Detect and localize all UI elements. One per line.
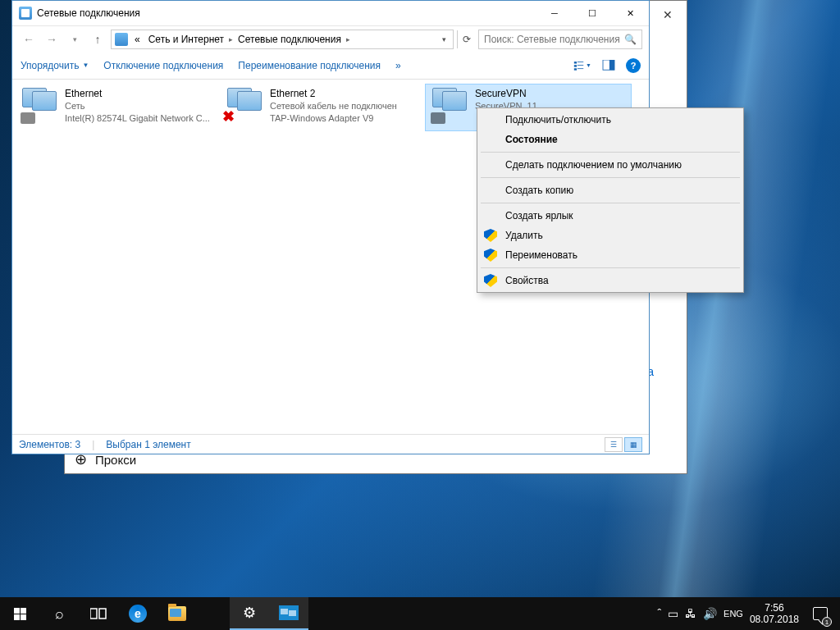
chevron-down-icon: ▼: [82, 62, 89, 69]
minimize-button[interactable]: ─: [536, 1, 573, 25]
windows-icon: [14, 608, 26, 620]
start-button[interactable]: [0, 597, 39, 630]
network-adapter-icon: [431, 88, 470, 124]
search-placeholder: Поиск: Сетевые подключения: [484, 34, 620, 45]
icons-view-button[interactable]: ▦: [624, 437, 642, 452]
task-view-button[interactable]: [79, 597, 118, 630]
ctx-create-shortcut[interactable]: Создать ярлык: [479, 206, 742, 226]
svg-rect-1: [578, 62, 583, 62]
close-button[interactable]: ✕: [611, 1, 649, 25]
menu-separator: [481, 152, 740, 153]
taskbar: ⌕ e ⚙ ˆ ▭ 🖧 🔊 ENG 7:56 08.07.2018 1: [0, 597, 840, 630]
svg-rect-3: [578, 65, 583, 66]
ctx-status[interactable]: Состояние: [479, 130, 742, 149]
ctx-set-default[interactable]: Сделать подключением по умолчанию: [479, 155, 742, 175]
network-adapter-icon: [21, 88, 60, 124]
tray-overflow-button[interactable]: ˆ: [657, 607, 661, 620]
disconnect-connection-button[interactable]: Отключение подключения: [103, 60, 223, 71]
edge-icon: e: [129, 605, 147, 623]
status-bar: Элементов: 3 | Выбран 1 элемент ☰ ▦: [12, 434, 649, 454]
connection-status: Сетевой кабель не подключен: [270, 100, 397, 112]
language-indicator[interactable]: ENG: [724, 609, 743, 619]
connection-item-ethernet[interactable]: Ethernet Сеть Intel(R) 82574L Gigabit Ne…: [16, 84, 221, 130]
svg-rect-0: [574, 62, 577, 63]
clock-time: 7:56: [750, 602, 799, 614]
connection-adapter: Intel(R) 82574L Gigabit Network C...: [65, 112, 210, 125]
maximize-button[interactable]: ☐: [573, 1, 611, 25]
breadcrumb-prefix: «: [131, 34, 144, 45]
details-view-button[interactable]: ☰: [605, 437, 623, 452]
ctx-delete[interactable]: Удалить: [479, 226, 742, 245]
svg-rect-5: [578, 68, 583, 69]
search-icon: 🔍: [624, 34, 637, 45]
menu-separator: [481, 203, 740, 203]
breadcrumb-bar[interactable]: « Сеть и Интернет ▸ Сетевые подключения …: [111, 30, 454, 49]
connection-name: SecureVPN: [475, 88, 537, 100]
chevron-right-icon[interactable]: ▸: [229, 35, 233, 43]
ctx-connect-disconnect[interactable]: Подключить/отключить: [479, 110, 742, 130]
shield-icon: [484, 249, 497, 262]
ctx-create-copy[interactable]: Создать копию: [479, 180, 742, 200]
nav-up-button[interactable]: ↑: [88, 30, 107, 49]
network-tray-icon[interactable]: 🖧: [685, 607, 696, 620]
gear-icon: ⚙: [243, 604, 256, 622]
address-bar: ← → ▾ ↑ « Сеть и Интернет ▸ Сетевые подк…: [12, 25, 649, 52]
clock[interactable]: 7:56 08.07.2018: [750, 602, 799, 625]
organize-menu[interactable]: Упорядочить ▼: [21, 60, 89, 71]
breadcrumb-dropdown-icon[interactable]: ▾: [442, 35, 446, 43]
nav-back-button[interactable]: ←: [19, 30, 39, 49]
task-view-icon: [90, 607, 107, 620]
rename-connection-button[interactable]: Переименование подключения: [238, 60, 381, 71]
window-icon: [19, 7, 32, 20]
toolbar-overflow-button[interactable]: »: [395, 60, 401, 71]
connection-name: Ethernet: [65, 88, 210, 100]
nav-forward-button[interactable]: →: [42, 30, 62, 49]
svg-rect-7: [609, 60, 614, 70]
context-menu: Подключить/отключить Состояние Сделать п…: [477, 107, 744, 293]
selection-count: Выбран 1 элемент: [106, 439, 190, 450]
search-button[interactable]: ⌕: [39, 597, 79, 630]
menu-separator: [481, 177, 740, 178]
connection-item-ethernet2[interactable]: ✖ Ethernet 2 Сетевой кабель не подключен…: [221, 84, 426, 130]
refresh-button[interactable]: ⟳: [457, 30, 475, 48]
connection-status: Сеть: [65, 100, 210, 112]
breadcrumb-seg-connections[interactable]: Сетевые подключения: [235, 34, 345, 45]
disconnected-icon: ✖: [222, 107, 235, 126]
svg-rect-4: [574, 68, 577, 70]
network-adapter-icon: ✖: [226, 88, 265, 124]
battery-icon[interactable]: ▭: [668, 607, 678, 620]
breadcrumb-seg-network[interactable]: Сеть и Интернет: [145, 34, 227, 45]
folder-icon: [168, 606, 186, 621]
search-icon: ⌕: [55, 605, 64, 623]
svg-rect-8: [90, 609, 97, 619]
search-input[interactable]: Поиск: Сетевые подключения 🔍: [478, 30, 642, 49]
location-icon: [115, 33, 128, 46]
ctx-rename[interactable]: Переименовать: [479, 245, 742, 265]
ctx-properties[interactable]: Свойства: [479, 271, 742, 290]
volume-icon[interactable]: 🔊: [703, 607, 717, 620]
clock-date: 08.07.2018: [750, 614, 799, 625]
svg-rect-9: [99, 609, 106, 619]
window-title: Сетевые подключения: [37, 7, 140, 19]
taskbar-settings[interactable]: ⚙: [230, 597, 269, 630]
shield-icon: [484, 229, 497, 242]
chevron-right-icon[interactable]: ▸: [346, 35, 350, 43]
network-window-icon: [279, 605, 299, 620]
action-center-button[interactable]: 1: [806, 597, 835, 630]
help-button[interactable]: ?: [626, 58, 641, 73]
view-options-button[interactable]: ▼: [573, 57, 591, 74]
taskbar-network-connections[interactable]: [269, 597, 308, 630]
taskbar-file-explorer[interactable]: [158, 597, 197, 630]
titlebar[interactable]: Сетевые подключения ─ ☐ ✕: [12, 1, 649, 25]
taskbar-edge[interactable]: e: [118, 597, 158, 630]
notification-badge: 1: [822, 617, 832, 627]
svg-rect-12: [289, 610, 296, 616]
menu-separator: [481, 267, 740, 268]
nav-recent-dropdown[interactable]: ▾: [65, 30, 84, 49]
settings-close-button[interactable]: ✕: [649, 2, 687, 27]
preview-pane-button[interactable]: [600, 57, 618, 74]
system-tray: ˆ ▭ 🖧 🔊 ENG 7:56 08.07.2018 1: [657, 597, 840, 630]
svg-rect-2: [574, 65, 577, 66]
shield-icon: [484, 274, 497, 287]
command-bar: Упорядочить ▼ Отключение подключения Пер…: [12, 52, 649, 80]
